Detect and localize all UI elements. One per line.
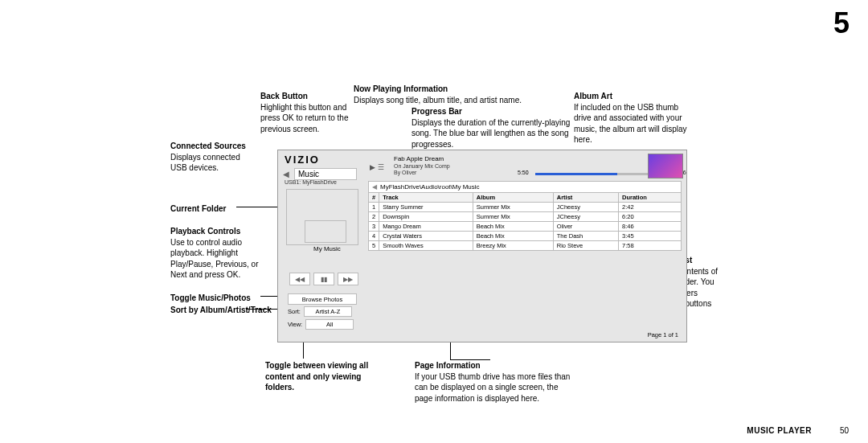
progress-filled [535,173,617,175]
music-player-ui: VIZIO ◀ Music USB1: MyFlashDrive My Musi… [277,150,687,343]
cell-duration: 3:45 [619,232,682,241]
ann-current-folder: Current Folder [170,203,259,215]
cell-track: Downspin [379,212,473,222]
time-elapsed: 5:50 [518,170,529,175]
ann-album-art: Album Art If included on the USB thumb d… [574,91,694,146]
ann-progress-title: Progress Bar [411,107,462,116]
cell-album: Summer Mix [473,203,553,212]
table-row[interactable]: 4Crystal WatersBeach MixThe Dash3:45 [369,232,682,241]
ann-cf-title: Current Folder [170,204,226,213]
table-row[interactable]: 5Smooth WavesBreezy MixRio Steve7:58 [369,241,682,251]
cell-album: Breezy Mix [473,241,553,251]
current-folder-label: My Music [313,245,341,252]
ann-toggle-view: Toggle between viewing all content and o… [265,360,370,393]
breadcrumb-text: MyFlashDrive\Audio\root\My Music [380,183,480,191]
back-button[interactable]: ◀ [283,170,291,179]
ann-now-playing-body: Displays song title, album title, and ar… [354,96,522,105]
cell-album: Beach Mix [473,222,553,232]
track-table: # Track Album Artist Duration 1Starry Su… [368,192,682,251]
ann-sort-title: Sort by Album/Artist/Track [170,306,272,314]
ann-album-art-title: Album Art [574,92,612,100]
album-art [648,154,683,178]
chevron-left-icon: ◀ [372,183,377,191]
cell-album: Summer Mix [473,212,553,222]
breadcrumb-path[interactable]: ◀MyFlashDrive\Audio\root\My Music [368,181,682,193]
np-title: Fab Apple Dream [394,155,444,162]
play-pause-button[interactable]: ▮▮ [313,273,334,285]
ann-cs-body: Displays connected USB devices. [170,153,240,173]
ann-now-playing: Now Playing Information Displays song ti… [354,84,563,105]
cell-artist: JCheesy [553,212,618,222]
callout-line [450,359,490,360]
th-track[interactable]: Track [379,193,473,203]
th-idx[interactable]: # [369,193,379,203]
next-button[interactable]: ▶▶ [338,273,358,285]
ann-progress: Progress Bar Displays the duration of th… [411,106,572,150]
ann-pc-body: Use to control audio playback. Highlight… [170,238,259,280]
footer-label: MUSIC PLAYER [747,426,812,435]
ann-progress-body: Displays the duration of the currently-p… [411,118,570,149]
ann-back-button-body: Highlight this button and press OK to re… [260,103,349,133]
ann-back-button-title: Back Button [260,92,308,100]
cell-track: Crystal Waters [379,232,473,241]
np-album: On January Mix Comp [394,163,450,169]
table-row[interactable]: 2DownspinSummer MixJCheesy6:20 [369,212,682,222]
ann-tmp-title: Toggle Music/Photos [170,293,251,302]
vizio-logo: VIZIO [285,154,320,166]
cell-idx: 4 [369,232,379,241]
ann-toggle-mp: Toggle Music/Photos [170,293,275,304]
cell-idx: 2 [369,212,379,222]
table-row[interactable]: 3Mango DreamBeach MixOliver8:46 [369,222,682,232]
folder-tree [286,189,358,245]
cell-duration: 8:46 [619,222,682,232]
ann-now-playing-title: Now Playing Information [354,84,448,93]
np-artist: By Oliver [394,170,416,175]
ann-back-button: Back Button Highlight this button and pr… [260,91,357,134]
cell-idx: 5 [369,241,379,251]
cell-artist: Rio Steve [553,241,618,251]
table-row[interactable]: 1Starry SummerSummer MixJCheesy2:42 [369,203,682,212]
browse-photos-button[interactable]: Browse Photos [288,293,357,305]
th-album[interactable]: Album [473,193,553,203]
cell-artist: JCheesy [553,203,618,212]
ann-pi-title: Page Information [415,361,481,370]
cell-track: Smooth Waves [379,241,473,251]
prev-button[interactable]: ◀◀ [289,273,310,285]
ann-pi-body: If your USB thumb drive has more files t… [415,372,570,403]
playback-controls: ◀◀ ▮▮ ▶▶ [289,273,358,285]
ann-playback-controls: Playback Controls Use to control audio p… [170,226,275,281]
page-number: 50 [840,426,849,435]
ann-page-info: Page Information If your USB thumb drive… [415,360,575,404]
cell-duration: 7:58 [619,241,682,251]
th-duration[interactable]: Duration [619,193,682,203]
chapter-number: 5 [833,6,849,40]
cell-album: Beach Mix [473,232,553,241]
ann-pc-title: Playback Controls [170,227,240,236]
cell-idx: 1 [369,203,379,212]
view-select[interactable]: All [305,319,354,330]
cell-duration: 6:20 [619,212,682,222]
th-artist[interactable]: Artist [553,193,618,203]
cell-duration: 2:42 [619,203,682,212]
cell-track: Starry Summer [379,203,473,212]
play-status-icon: ▶☰ [368,162,386,173]
view-row: View: All [288,319,354,330]
sort-select[interactable]: Artist A-Z [304,306,352,317]
view-label: View: [288,321,302,328]
usb-device[interactable]: USB1: MyFlashDrive [285,179,337,185]
cell-track: Mango Dream [379,222,473,232]
ann-sort-by: Sort by Album/Artist/Track [170,305,275,316]
cell-artist: Oliver [553,222,618,232]
ann-cs-title: Connected Sources [170,142,246,150]
cell-idx: 3 [369,222,379,232]
ann-tv-title: Toggle between viewing all content and o… [265,361,368,392]
sort-row: Sort: Artist A-Z [288,306,352,317]
ann-connected-sources: Connected Sources Displays connected USB… [170,141,259,174]
mode-music[interactable]: Music [294,168,357,180]
cell-artist: The Dash [553,232,618,241]
sort-label: Sort: [288,308,301,315]
ann-album-art-body: If included on the USB thumb drive and a… [574,103,687,145]
page-info: Page 1 of 1 [648,331,678,338]
folder-icon[interactable] [305,220,346,243]
table-header: # Track Album Artist Duration [369,193,682,203]
